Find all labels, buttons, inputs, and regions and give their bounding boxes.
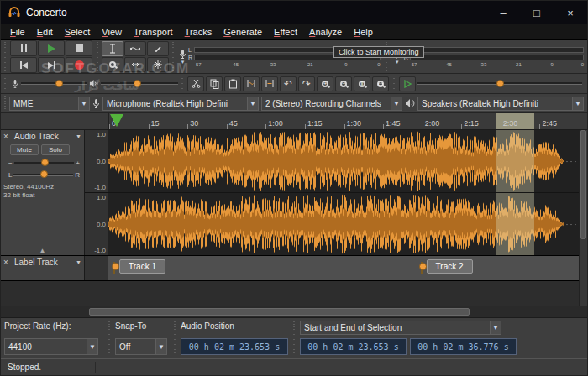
toolbar-grip[interactable]	[107, 321, 112, 354]
cut-button[interactable]	[187, 76, 204, 91]
menu-transport[interactable]: Transport	[128, 25, 179, 39]
zoom-out-button[interactable]: −	[335, 76, 352, 91]
timeline-track[interactable]: 0 15 30 45 1:00 1:15 1:30 1:45 2:00 2:15…	[108, 113, 579, 129]
selection-tool-button[interactable]	[102, 41, 123, 56]
menu-tracks[interactable]: Tracks	[179, 25, 218, 39]
label-text[interactable]: Track 2	[427, 259, 473, 274]
skip-to-end-button[interactable]	[38, 57, 65, 73]
fit-project-button[interactable]: ▭	[372, 76, 389, 91]
skip-to-start-button[interactable]	[10, 57, 37, 73]
slider-thumb[interactable]	[496, 80, 504, 87]
gain-slider[interactable]	[14, 158, 75, 168]
draw-tool-button[interactable]	[147, 41, 169, 56]
maximize-button[interactable]: □	[520, 1, 554, 24]
zoom-in-button[interactable]: +	[317, 76, 333, 91]
vertical-scrollbar-thumb[interactable]	[580, 130, 586, 239]
vertical-scale-ruler[interactable]: 1.0 0.0 -1.0	[85, 193, 108, 255]
close-track-button[interactable]: ×	[3, 258, 12, 267]
menu-edit[interactable]: Edit	[31, 25, 59, 39]
project-rate-select[interactable]: 44100▼	[4, 338, 98, 355]
fit-selection-button[interactable]: ‖	[354, 76, 370, 91]
waveform-selection	[496, 193, 534, 255]
playhead-marker[interactable]	[110, 114, 123, 127]
play-icon	[48, 44, 55, 53]
waveform-left[interactable]	[108, 130, 579, 192]
horizontal-scrollbar[interactable]	[1, 306, 587, 318]
menu-view[interactable]: View	[96, 25, 128, 39]
playback-volume-slider[interactable]	[101, 79, 178, 89]
undo-button[interactable]: ↶	[280, 76, 297, 91]
toolbar-grip[interactable]	[3, 76, 8, 91]
label-track-area[interactable]: Track 1 Track 2	[108, 256, 579, 280]
envelope-tool-button[interactable]	[124, 41, 146, 56]
trim-audio-button[interactable]	[243, 76, 260, 91]
stop-button[interactable]	[66, 40, 92, 56]
minimize-button[interactable]: –	[486, 1, 520, 24]
zoom-out-icon: −	[340, 81, 347, 87]
toolbar-grip[interactable]	[180, 76, 185, 91]
track-menu-arrow-icon[interactable]: ▼	[76, 259, 81, 265]
label-flag-icon[interactable]	[112, 262, 118, 274]
toolbar-row-lower: ↶ ↷ + − ‖ ▭	[1, 74, 587, 94]
selection-mode-select[interactable]: Start and End of Selection▼	[300, 321, 501, 335]
menu-select[interactable]: Select	[59, 25, 97, 39]
mute-button[interactable]: Mute	[10, 144, 39, 155]
close-track-button[interactable]: ×	[3, 132, 12, 141]
waveform-right[interactable]	[108, 193, 579, 255]
slider-thumb[interactable]	[55, 80, 63, 87]
recording-device-select[interactable]: Microphone (Realtek High Defini▼	[102, 97, 259, 111]
horizontal-scrollbar-thumb[interactable]	[89, 308, 470, 316]
play-speed-slider[interactable]	[417, 79, 582, 89]
gain-plus-label: +	[76, 159, 80, 167]
toolbar-grip[interactable]	[291, 321, 297, 354]
selection-start-display[interactable]: 00 h 02 m 23.653 s	[300, 338, 407, 355]
audio-host-select[interactable]: MME▼	[9, 97, 90, 111]
slider-thumb[interactable]	[41, 159, 49, 166]
copy-button[interactable]	[206, 76, 223, 91]
track-title[interactable]: Label Track	[14, 258, 58, 267]
play-button[interactable]	[38, 40, 65, 56]
solo-button[interactable]: Solo	[41, 144, 70, 155]
multi-tool-button[interactable]	[147, 57, 169, 72]
track-title[interactable]: Audio Track	[14, 132, 59, 141]
menu-file[interactable]: File	[4, 25, 31, 39]
audio-position-display[interactable]: 00 h 02 m 23.653 s	[181, 338, 288, 355]
close-button[interactable]: ×	[554, 1, 587, 24]
toolbar-grip[interactable]	[171, 42, 176, 71]
recording-volume-slider[interactable]	[21, 79, 87, 89]
menu-analyze[interactable]: Analyze	[303, 25, 348, 39]
zoom-tool-button[interactable]	[102, 57, 123, 72]
play-at-speed-button[interactable]	[399, 76, 416, 91]
vertical-scrollbar[interactable]	[579, 130, 587, 306]
pause-button[interactable]	[10, 40, 37, 56]
timeline-ruler[interactable]: 0 15 30 45 1:00 1:15 1:30 1:45 2:00 2:15…	[1, 113, 587, 130]
collapse-track-button[interactable]: ▲	[39, 247, 46, 254]
snap-to-select[interactable]: Off▼	[115, 338, 167, 355]
label-flag-icon[interactable]	[419, 262, 425, 274]
timeshift-tool-button[interactable]	[124, 57, 146, 72]
menu-help[interactable]: Help	[348, 25, 379, 39]
record-button[interactable]	[66, 57, 92, 73]
recording-channels-select[interactable]: 2 (Stereo) Recording Channels▼	[261, 97, 402, 111]
playback-device-select[interactable]: Speakers (Realtek High Definiti▼	[417, 97, 584, 111]
slider-thumb[interactable]	[40, 170, 48, 178]
toolbar-grip[interactable]	[391, 76, 396, 91]
tools-toolbar	[102, 41, 169, 72]
menu-effect[interactable]: Effect	[268, 25, 303, 39]
pan-slider[interactable]	[13, 170, 73, 180]
toolbar-grip[interactable]	[3, 42, 8, 71]
toolbar-grip[interactable]	[172, 321, 177, 354]
label-text[interactable]: Track 1	[119, 259, 165, 274]
slider-thumb[interactable]	[134, 80, 141, 87]
paste-button[interactable]	[224, 76, 241, 91]
selection-end-display[interactable]: 00 h 02 m 36.776 s	[410, 338, 517, 355]
silence-audio-button[interactable]	[261, 76, 278, 91]
redo-button[interactable]: ↷	[298, 76, 315, 91]
toolbar-grip[interactable]	[95, 42, 100, 71]
scissors-icon	[192, 79, 201, 88]
vertical-scale-ruler[interactable]: 1.0 0.0 -1.0	[85, 130, 108, 192]
menu-generate[interactable]: Generate	[218, 25, 268, 39]
track-menu-arrow-icon[interactable]: ▼	[76, 133, 81, 139]
monitoring-tooltip[interactable]: Click to Start Monitoring	[333, 46, 424, 58]
toolbar-grip[interactable]	[3, 96, 8, 111]
